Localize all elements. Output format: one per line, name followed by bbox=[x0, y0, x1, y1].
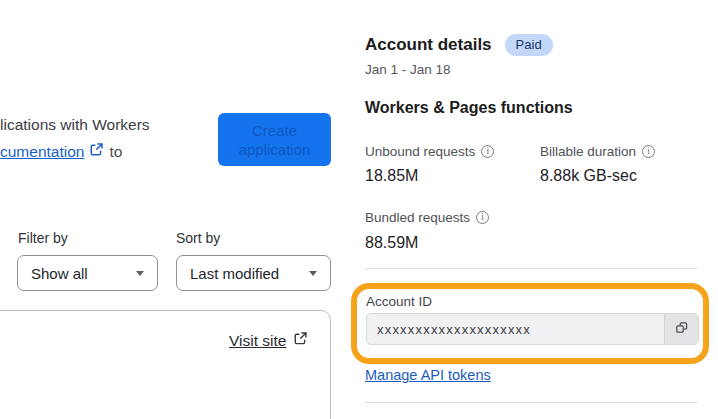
chevron-down-icon bbox=[136, 271, 144, 276]
account-id-label: Account ID bbox=[366, 294, 432, 309]
visit-site-label: Visit site bbox=[229, 332, 286, 350]
manage-api-tokens-link[interactable]: Manage API tokens bbox=[365, 367, 491, 383]
filter-dropdown-value: Show all bbox=[31, 265, 88, 282]
stat-label-text: Billable duration bbox=[540, 144, 636, 159]
stat-billable-duration-value: 8.88k GB-sec bbox=[540, 167, 637, 185]
create-application-button[interactable]: Create application bbox=[218, 113, 331, 166]
sort-by-label: Sort by bbox=[176, 230, 220, 246]
stat-bundled-requests-label: Bundled requests i bbox=[365, 210, 489, 225]
stat-bundled-requests-value: 88.59M bbox=[365, 234, 418, 252]
project-card bbox=[0, 310, 331, 419]
account-details-title: Account details bbox=[365, 35, 492, 55]
divider bbox=[365, 268, 697, 269]
date-range: Jan 1 - Jan 18 bbox=[365, 62, 451, 77]
plan-badge: Paid bbox=[505, 34, 553, 56]
copy-icon bbox=[673, 319, 690, 339]
account-id-field-group bbox=[366, 313, 699, 345]
intro-text-suffix: to bbox=[109, 143, 122, 161]
visit-site-link[interactable]: Visit site bbox=[229, 331, 308, 350]
sort-dropdown[interactable]: Last modified bbox=[176, 255, 331, 291]
workers-pages-section-title: Workers & Pages functions bbox=[365, 99, 573, 117]
chevron-down-icon bbox=[309, 271, 317, 276]
stat-label-text: Bundled requests bbox=[365, 210, 470, 225]
account-id-input[interactable] bbox=[367, 314, 664, 344]
copy-button[interactable] bbox=[664, 314, 698, 344]
info-icon[interactable]: i bbox=[476, 211, 489, 224]
info-icon[interactable]: i bbox=[642, 145, 655, 158]
stat-unbound-requests-value: 18.85M bbox=[365, 167, 418, 185]
stat-unbound-requests-label: Unbound requests i bbox=[365, 144, 494, 159]
sort-dropdown-value: Last modified bbox=[190, 265, 279, 282]
external-link-icon bbox=[89, 142, 104, 161]
filter-dropdown[interactable]: Show all bbox=[17, 255, 158, 291]
documentation-link[interactable]: cumentation bbox=[0, 143, 84, 161]
filter-by-label: Filter by bbox=[18, 230, 68, 246]
info-icon[interactable]: i bbox=[481, 145, 494, 158]
stat-billable-duration-label: Billable duration i bbox=[540, 144, 655, 159]
external-link-icon bbox=[293, 331, 308, 350]
stat-label-text: Unbound requests bbox=[365, 144, 475, 159]
intro-text-line1: lications with Workers bbox=[0, 116, 150, 134]
intro-text-line2: cumentation to bbox=[0, 142, 122, 161]
divider bbox=[365, 402, 697, 403]
